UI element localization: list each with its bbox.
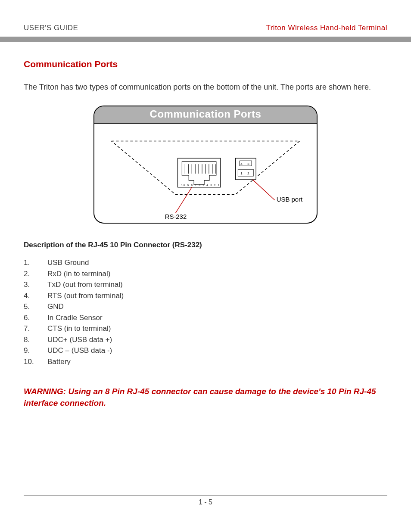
- warning-text: WARNING: Using an 8 Pin RJ-45 connector …: [24, 386, 387, 409]
- usb-pin-1: 1: [240, 171, 243, 175]
- intro-paragraph: The Triton has two types of communicatio…: [24, 81, 387, 93]
- rs232-label: RS-232: [165, 213, 187, 220]
- page-header: USER'S GUIDE Triton Wireless Hand-held T…: [24, 24, 387, 32]
- list-item: 1.USB Ground: [24, 257, 387, 268]
- usb-pin-3: 3: [247, 162, 249, 166]
- diagram-title: Communication Ports: [94, 106, 317, 124]
- diagram-container: Communication Ports: [24, 106, 387, 224]
- rj45-connector-icon: 10 9 8 7 6 5 4 3 2 1: [178, 158, 221, 187]
- list-item: 9.UDC – (USB data -): [24, 345, 387, 356]
- footer: 1 - 5: [24, 495, 387, 506]
- list-item: 5.GND: [24, 301, 387, 312]
- page-number: 1 - 5: [24, 496, 387, 506]
- list-item: 10.Battery: [24, 356, 387, 367]
- list-item: 6.In Cradle Sensor: [24, 312, 387, 324]
- usb-pin-4: 4: [240, 162, 243, 166]
- pin-desc-heading: Description of the RJ-45 10 Pin Connecto…: [24, 241, 387, 249]
- header-divider-bar: [0, 37, 411, 42]
- list-item: 8.UDC+ (USB data +): [24, 334, 387, 345]
- ports-svg: 10 9 8 7 6 5 4 3 2 1 4 3 1 2 RS-232: [94, 124, 317, 223]
- diagram-body: 10 9 8 7 6 5 4 3 2 1 4 3 1 2 RS-232: [94, 124, 317, 223]
- list-item: 4.RTS (out from terminal): [24, 290, 387, 302]
- rs232-callout-line: [176, 187, 192, 213]
- list-item: 2.RxD (in to terminal): [24, 268, 387, 280]
- communication-ports-diagram: Communication Ports: [93, 106, 318, 224]
- pin-list: 1.USB Ground 2.RxD (in to terminal) 3.Tx…: [24, 257, 387, 367]
- rj45-pin-numbers: 10 9 8 7 6 5 4 3 2 1: [181, 184, 220, 187]
- usb-pin-2: 2: [247, 171, 249, 175]
- header-right: Triton Wireless Hand-held Terminal: [266, 24, 387, 32]
- usb-connector-icon: 4 3 1 2: [235, 158, 256, 180]
- list-item: 7.CTS (in to terminal): [24, 323, 387, 334]
- usb-label: USB port: [277, 196, 303, 203]
- usb-callout-line: [252, 180, 275, 200]
- section-title: Communication Ports: [24, 59, 387, 69]
- list-item: 3.TxD (out from terminal): [24, 279, 387, 290]
- header-left: USER'S GUIDE: [24, 24, 78, 32]
